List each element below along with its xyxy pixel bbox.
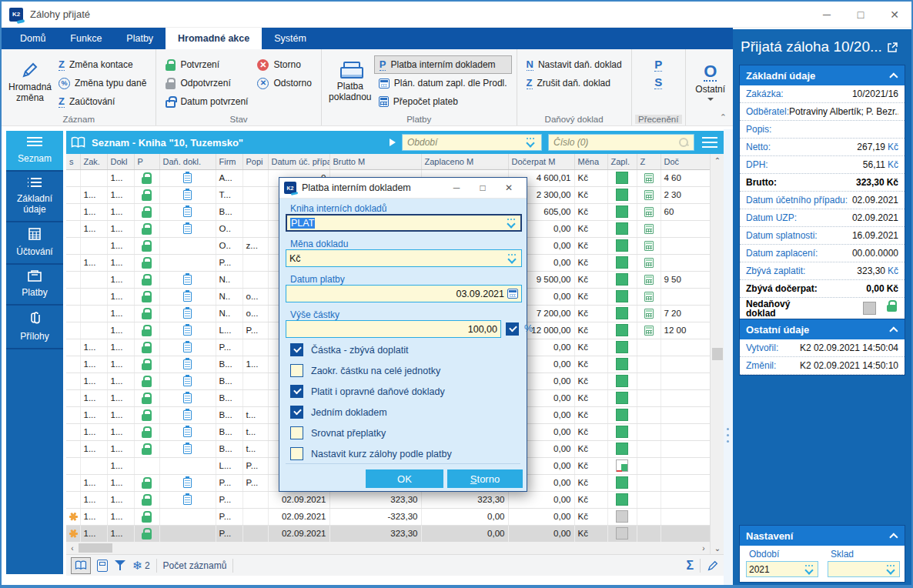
column-header-14[interactable]: Z: [637, 154, 661, 169]
open-in-window-icon[interactable]: [887, 42, 898, 53]
column-header-15[interactable]: Doč: [661, 154, 710, 169]
percent-checkbox[interactable]: [506, 322, 519, 336]
combo-dropdown-icon[interactable]: [525, 137, 537, 148]
number-filter-input[interactable]: Číslo (0): [548, 134, 694, 151]
vertical-scroll-thumb[interactable]: [712, 348, 723, 360]
datum-potvrzeni-button[interactable]: Datum potvrzení: [161, 92, 252, 111]
checkbox-icon[interactable]: [290, 343, 303, 356]
filter-button[interactable]: [114, 560, 126, 572]
ribbon-collapse-icon[interactable]: ⌃: [720, 112, 727, 122]
section-header[interactable]: Ostatní údaje: [740, 319, 905, 339]
play-icon[interactable]: [390, 139, 396, 146]
column-header-5[interactable]: Daň. dokl.: [159, 154, 216, 169]
column-header-12[interactable]: Měna: [574, 154, 607, 169]
odstorno-button[interactable]: ✕Odstorno: [252, 74, 316, 92]
sidebar-item-uctovani[interactable]: Účtování: [6, 222, 63, 265]
calendar-icon[interactable]: [507, 289, 518, 299]
scroll-right-icon[interactable]: ›: [697, 544, 710, 553]
ostatni-button[interactable]: O Ostatní: [691, 52, 731, 112]
checkbox-icon[interactable]: [290, 364, 303, 377]
vertical-scrollbar[interactable]: ⌃ ⌄: [710, 154, 724, 554]
frozen-rows-indicator[interactable]: ❄ 2: [132, 559, 150, 573]
column-header-10[interactable]: Zaplaceno M: [421, 154, 508, 169]
horizontal-scrollbar[interactable]: ‹ ›: [66, 542, 710, 554]
panel-splitter[interactable]: [724, 129, 733, 585]
dialog-checkbox-5[interactable]: Srovnat přeplatky: [290, 426, 386, 439]
platba-pokladnou-button[interactable]: Platba pokladnou: [326, 52, 374, 112]
obdobi-select[interactable]: 2021: [746, 561, 818, 577]
checkbox-icon[interactable]: [290, 385, 303, 398]
dialog-close-button[interactable]: ✕: [496, 178, 522, 198]
hromadna-zmena-button[interactable]: Hromadná změna: [6, 52, 54, 112]
zmena-kontace-button[interactable]: ZZměna kontace: [54, 55, 151, 74]
sidebar-item-zakladni-udaje[interactable]: Základní údaje: [6, 172, 63, 222]
column-header-9[interactable]: Brutto M: [329, 154, 421, 169]
dialog-checkbox-1[interactable]: Částka - zbývá doplatit: [290, 343, 408, 356]
close-button[interactable]: ✕: [878, 2, 911, 27]
tab-domu[interactable]: Domů: [8, 28, 58, 49]
column-header-8[interactable]: Datum úč. případu: [268, 154, 329, 169]
combo-dropdown-icon[interactable]: [506, 218, 517, 229]
tab-funkce[interactable]: Funkce: [58, 28, 114, 49]
dialog-minimize-button[interactable]: ─: [443, 178, 470, 198]
maximize-button[interactable]: □: [844, 2, 878, 27]
zmena-typu-dane-button[interactable]: %Změna typu daně: [54, 74, 151, 92]
horizontal-scroll-thumb[interactable]: [79, 543, 112, 553]
column-header-2[interactable]: Zak.: [80, 154, 107, 169]
vyse-castky-input[interactable]: 100,00: [286, 320, 501, 338]
column-header-13[interactable]: Zapl.: [607, 154, 637, 169]
storno-button[interactable]: Storno: [447, 469, 523, 488]
tab-system[interactable]: Systém: [262, 28, 319, 49]
sidebar-item-seznam[interactable]: Seznam: [6, 131, 63, 172]
table-row[interactable]: 1...1...P...02.09.2021-323,300,000,00Kč: [66, 508, 710, 525]
mena-input[interactable]: Kč: [286, 249, 522, 267]
column-header-4[interactable]: P: [134, 154, 159, 169]
edit-pencil-icon[interactable]: [707, 560, 719, 572]
dialog-title-bar[interactable]: K2 Platba interním dokladem ─ □ ✕: [279, 178, 527, 199]
scroll-down-icon[interactable]: ⌄: [711, 542, 724, 554]
platba-internim-dokladem-button[interactable]: PPlatba interním dokladem: [374, 55, 512, 74]
column-header-3[interactable]: Dokl: [107, 154, 134, 169]
column-header-7[interactable]: Popi: [242, 154, 268, 169]
combo-dropdown-icon[interactable]: [885, 564, 897, 575]
storno-button[interactable]: ✕Storno: [252, 55, 316, 74]
dialog-checkbox-6[interactable]: Nastavit kurz zálohy podle platby: [290, 447, 452, 460]
checkbox-icon[interactable]: [290, 447, 303, 460]
book-view-button[interactable]: [71, 557, 91, 574]
letter-p-icon[interactable]: P: [654, 58, 662, 72]
column-header-11[interactable]: Dočerpat M: [508, 154, 574, 169]
section-header[interactable]: Základní údaje: [740, 65, 905, 85]
minimize-button[interactable]: ─: [810, 2, 844, 27]
plan-datum-button[interactable]: Plán. datum zapl. dle Prodl.: [374, 74, 512, 92]
datum-platby-input[interactable]: 03.09.2021: [286, 285, 522, 302]
letter-s-icon[interactable]: S: [654, 76, 662, 89]
table-row[interactable]: 1...1...P...02.09.2021323,300,000,00Kč: [66, 525, 710, 542]
dialog-maximize-button[interactable]: □: [470, 178, 496, 198]
column-header-1[interactable]: s: [66, 154, 80, 169]
checkbox-icon[interactable]: [290, 406, 303, 419]
prepocet-plateb-button[interactable]: Přepočet plateb: [374, 92, 512, 111]
checkbox-icon[interactable]: [290, 426, 303, 439]
column-header-6[interactable]: Firm: [216, 154, 242, 169]
potvrzeni-button[interactable]: Potvrzení: [161, 55, 252, 74]
table-row[interactable]: 1...1...P...02.09.2021323,30323,300,00Kč: [66, 491, 710, 508]
combo-dropdown-icon[interactable]: [804, 564, 815, 575]
dialog-checkbox-3[interactable]: Platit i opravné daňové doklady: [290, 385, 445, 398]
ok-button[interactable]: OK: [366, 469, 443, 488]
combo-dropdown-icon[interactable]: [507, 253, 518, 264]
sidebar-item-platby[interactable]: Platby: [6, 265, 63, 306]
nastavit-dan-doklad-button[interactable]: NNastavit daň. doklad: [522, 55, 627, 74]
kniha-input[interactable]: PLAT: [286, 214, 522, 232]
sidebar-item-prilohy[interactable]: Přílohy: [6, 306, 63, 349]
scroll-left-icon[interactable]: ‹: [66, 544, 79, 553]
dialog-checkbox-2[interactable]: Zaokr. částku na celé jednotky: [290, 364, 440, 377]
zauctovani-button[interactable]: ZZaúčtování: [54, 92, 151, 111]
dialog-checkbox-4[interactable]: Jedním dokladem: [290, 406, 387, 419]
scroll-up-icon[interactable]: ⌃: [711, 154, 724, 166]
card-view-button[interactable]: [97, 560, 108, 572]
menu-icon[interactable]: [702, 137, 717, 148]
period-filter-input[interactable]: Období: [402, 134, 542, 151]
odpotvrzeni-button[interactable]: Odpotvrzení: [161, 74, 252, 92]
tab-hromadne-akce[interactable]: Hromadné akce: [166, 28, 262, 49]
section-header[interactable]: Nastavení: [740, 526, 905, 546]
